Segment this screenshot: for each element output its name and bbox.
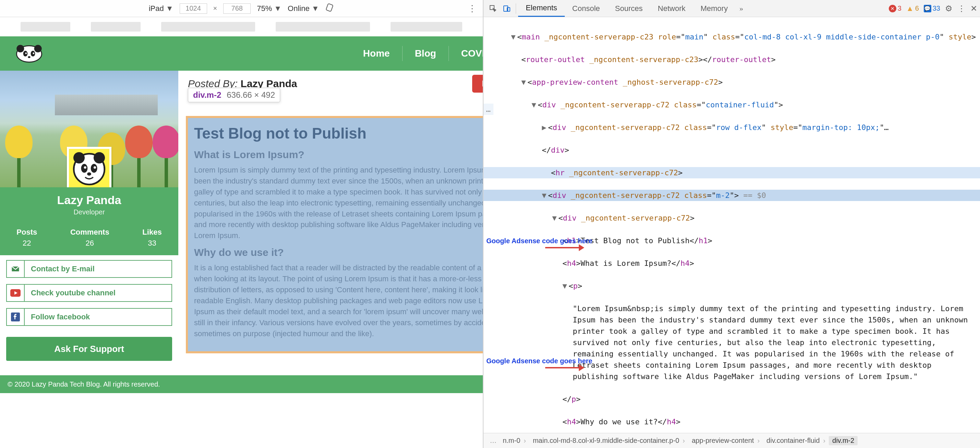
contact-email[interactable]: Contact by E-mail bbox=[6, 260, 172, 278]
close-icon[interactable]: ✕ bbox=[970, 4, 977, 13]
svg-point-11 bbox=[94, 152, 105, 163]
kebab-icon[interactable]: ⋮ bbox=[958, 4, 966, 13]
stat-posts-value: 22 bbox=[16, 239, 37, 248]
svg-point-3 bbox=[34, 45, 42, 53]
contact-facebook-label: Follow facebook bbox=[25, 309, 172, 325]
tab-sources[interactable]: Sources bbox=[608, 0, 651, 17]
devtools-tabbar: Elements Console Sources Network Memory … bbox=[484, 0, 980, 17]
contact-facebook[interactable]: Follow facebook bbox=[6, 308, 172, 326]
article-paragraph-2: It is a long established fact that a rea… bbox=[194, 262, 483, 339]
zoom-select[interactable]: 75% ▼ bbox=[257, 4, 282, 13]
svg-point-6 bbox=[25, 53, 27, 54]
mail-icon bbox=[7, 261, 25, 277]
app-header: Home Blog COVID-19 bbox=[0, 37, 483, 71]
svg-point-16 bbox=[87, 172, 91, 175]
dom-tree[interactable]: ▼<main _ngcontent-serverapp-c23 role="ma… bbox=[484, 17, 980, 433]
contact-youtube-label: Check youtube channel bbox=[25, 285, 172, 301]
device-toolbar: iPad ▼ × 75% ▼ Online ▼ ⋮ bbox=[0, 0, 483, 17]
svg-point-10 bbox=[73, 152, 85, 163]
dropdown-triangle-icon: ▼ bbox=[312, 4, 319, 13]
tab-elements[interactable]: Elements bbox=[518, 0, 565, 17]
svg-point-14 bbox=[84, 166, 86, 169]
device-viewport-region: iPad ▼ × 75% ▼ Online ▼ ⋮ bbox=[0, 0, 483, 448]
gutter-ellipsis: … bbox=[484, 104, 493, 115]
device-select-label: iPad bbox=[149, 4, 164, 13]
tab-memory[interactable]: Memory bbox=[693, 0, 735, 17]
article-paragraph-1: Lorem Ipsum is simply dummy text of the … bbox=[194, 165, 483, 241]
warning-badge[interactable]: ▲6 bbox=[906, 4, 919, 13]
main-content: Posted By: Lazy Panda Publish div.m-2 63… bbox=[185, 71, 483, 367]
nav-home[interactable]: Home bbox=[351, 42, 402, 65]
stat-comments-value: 26 bbox=[70, 239, 110, 248]
rotate-icon[interactable] bbox=[325, 3, 334, 14]
breadcrumb-item: app-preview-content bbox=[688, 437, 763, 445]
adsense-annotation-1: Google Adsense code goes here bbox=[486, 237, 538, 245]
svg-point-15 bbox=[94, 166, 96, 169]
more-options-icon[interactable]: ⋮ bbox=[468, 3, 477, 14]
devtools-panel: Elements Console Sources Network Memory … bbox=[483, 0, 980, 448]
app-footer: © 2020 Lazy Panda Tech Blog. All rights … bbox=[0, 375, 483, 393]
panda-logo-icon[interactable] bbox=[10, 40, 48, 67]
inspect-element-icon[interactable] bbox=[486, 2, 500, 16]
contact-youtube[interactable]: Check youtube channel bbox=[6, 284, 172, 302]
dropdown-triangle-icon: ▼ bbox=[166, 4, 173, 13]
device-width-input[interactable] bbox=[180, 3, 207, 14]
article-card: Test Blog not to Publish What is Lorem I… bbox=[186, 116, 483, 353]
avatar bbox=[67, 147, 111, 187]
dropdown-triangle-icon: ▼ bbox=[274, 4, 282, 13]
info-badge[interactable]: 💬33 bbox=[924, 5, 940, 12]
nav-covid[interactable]: COVID-19 bbox=[449, 42, 483, 65]
svg-point-8 bbox=[28, 56, 30, 58]
profile-sidebar: Lazy Panda Developer Posts22 Comments26 … bbox=[0, 71, 178, 367]
emulated-viewport: Home Blog COVID-19 bbox=[0, 17, 483, 448]
stat-likes-value: 33 bbox=[142, 239, 162, 248]
svg-point-2 bbox=[16, 45, 24, 53]
dimension-x-icon: × bbox=[213, 5, 217, 12]
tab-console[interactable]: Console bbox=[565, 0, 608, 17]
stat-posts-label: Posts bbox=[16, 228, 37, 237]
profile-name: Lazy Panda bbox=[0, 193, 178, 207]
profile-role: Developer bbox=[0, 208, 178, 216]
ask-support-button[interactable]: Ask For Support bbox=[6, 337, 172, 361]
adsense-annotation-2: Google Adsense code goes here bbox=[486, 357, 538, 365]
svg-point-7 bbox=[33, 53, 35, 54]
zoom-select-label: 75% bbox=[257, 4, 272, 13]
arrow-icon bbox=[545, 247, 583, 248]
inspect-dimensions: 636.66 × 492 bbox=[227, 90, 275, 100]
breadcrumb-item-current: div.m-2 bbox=[829, 436, 858, 445]
toggle-device-icon[interactable] bbox=[500, 2, 514, 16]
stat-likes-label: Likes bbox=[142, 228, 162, 237]
profile-block: Lazy Panda Developer bbox=[0, 187, 178, 223]
throttle-select[interactable]: Online ▼ bbox=[288, 4, 319, 13]
contact-email-label: Contact by E-mail bbox=[25, 261, 172, 277]
nav-blog[interactable]: Blog bbox=[402, 42, 449, 65]
gear-icon[interactable]: ⚙ bbox=[945, 4, 953, 13]
publish-button[interactable]: Publish bbox=[472, 75, 483, 92]
breadcrumb-item: n.m-0 bbox=[499, 437, 530, 445]
app-root: Home Blog COVID-19 bbox=[0, 17, 483, 448]
article-title: Test Blog not to Publish bbox=[194, 125, 483, 142]
cover-image bbox=[0, 71, 178, 187]
facebook-icon bbox=[7, 309, 25, 325]
stat-comments-label: Comments bbox=[70, 228, 110, 237]
breadcrumb-more[interactable]: … bbox=[487, 437, 499, 445]
contact-list: Contact by E-mail Check youtube channel … bbox=[0, 255, 178, 331]
inspect-selector: div.m-2 bbox=[193, 90, 221, 100]
device-height-input[interactable] bbox=[223, 3, 251, 14]
main-nav: Home Blog COVID-19 bbox=[351, 42, 483, 65]
element-inspect-tooltip: div.m-2 636.66 × 492 bbox=[188, 88, 280, 102]
profile-stats: Posts22 Comments26 Likes33 bbox=[0, 223, 178, 255]
arrow-icon bbox=[545, 367, 583, 368]
youtube-icon bbox=[7, 285, 25, 301]
svg-rect-0 bbox=[326, 3, 333, 12]
selected-dom-node[interactable]: ▼<div _ngcontent-serverapp-c72 class="m-… bbox=[484, 190, 980, 201]
error-badge[interactable]: ✕3 bbox=[889, 5, 902, 12]
article-heading-2: Why do we use it? bbox=[194, 247, 483, 258]
breadcrumb-item: div.container-fluid bbox=[763, 437, 829, 445]
breadcrumb-item: main.col-md-8.col-xl-9.middle-side-conta… bbox=[530, 437, 689, 445]
more-tabs-icon[interactable]: » bbox=[735, 4, 747, 13]
tab-separator bbox=[516, 3, 516, 14]
dom-breadcrumb[interactable]: … n.m-0 main.col-md-8.col-xl-9.middle-si… bbox=[484, 433, 980, 448]
device-select[interactable]: iPad ▼ bbox=[149, 4, 173, 13]
tab-network[interactable]: Network bbox=[650, 0, 693, 17]
